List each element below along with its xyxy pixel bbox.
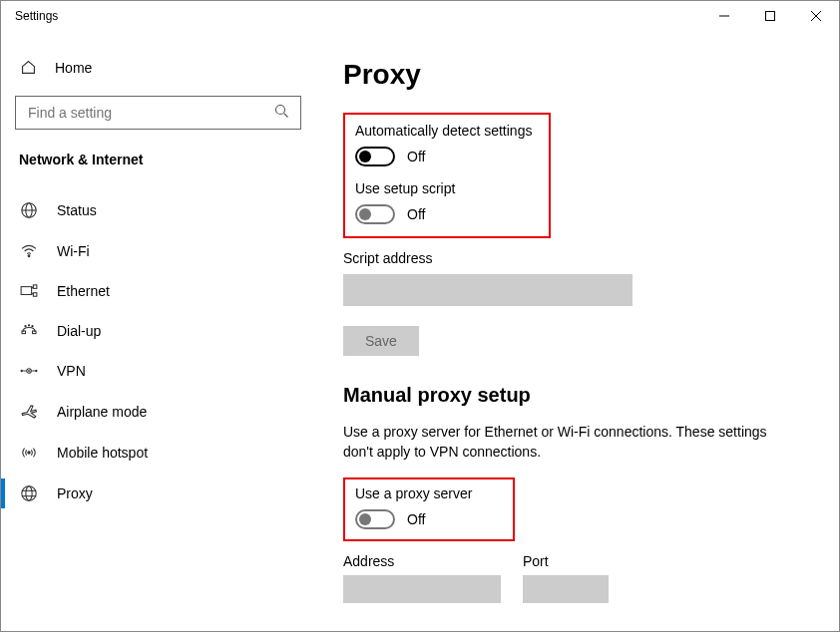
svg-rect-11 [33, 285, 37, 289]
search-icon [274, 104, 290, 122]
setup-script-label: Use setup script [355, 180, 539, 196]
auto-detect-state: Off [407, 149, 425, 164]
sidebar: Home Network & Internet Status Wi-Fi [1, 33, 315, 631]
use-proxy-toggle[interactable] [355, 509, 395, 529]
search-box[interactable] [15, 96, 301, 130]
search-input[interactable] [26, 104, 274, 122]
dialup-icon [19, 324, 39, 338]
sidebar-item-status[interactable]: Status [1, 189, 315, 231]
manual-setup-description: Use a proxy server for Ethernet or Wi-Fi… [343, 423, 782, 462]
maximize-button[interactable] [747, 1, 793, 31]
airplane-icon [19, 403, 39, 421]
svg-point-9 [28, 255, 30, 257]
svg-point-23 [35, 370, 37, 372]
svg-point-22 [28, 370, 30, 372]
sidebar-item-dialup[interactable]: Dial-up [1, 311, 315, 351]
svg-rect-1 [766, 12, 775, 21]
svg-point-27 [22, 486, 36, 500]
wifi-icon [19, 244, 39, 258]
svg-point-17 [25, 326, 26, 327]
setup-script-toggle[interactable] [355, 204, 395, 224]
sidebar-item-label: Dial-up [57, 323, 101, 339]
sidebar-item-wifi[interactable]: Wi-Fi [1, 231, 315, 271]
sidebar-item-proxy[interactable]: Proxy [1, 473, 315, 514]
use-proxy-label: Use a proxy server [355, 485, 503, 501]
sidebar-item-label: VPN [57, 363, 86, 379]
page-title: Proxy [343, 59, 819, 91]
sidebar-item-hotspot[interactable]: Mobile hotspot [1, 433, 315, 473]
svg-point-18 [28, 325, 29, 326]
script-address-label: Script address [343, 250, 819, 266]
sidebar-item-label: Wi-Fi [57, 243, 90, 259]
home-icon [19, 59, 37, 76]
hotspot-icon [19, 445, 39, 461]
close-button[interactable] [793, 1, 839, 31]
sidebar-item-vpn[interactable]: VPN [1, 351, 315, 391]
auto-detect-label: Automatically detect settings [355, 123, 539, 139]
title-bar: Settings [1, 1, 839, 33]
svg-rect-12 [33, 293, 37, 297]
window-title: Settings [1, 1, 701, 23]
status-icon [19, 201, 39, 219]
svg-rect-15 [22, 331, 26, 334]
svg-point-28 [26, 486, 32, 500]
port-label: Port [523, 553, 609, 569]
address-input[interactable] [343, 575, 501, 603]
svg-rect-10 [21, 287, 32, 295]
sidebar-item-label: Status [57, 202, 97, 218]
auto-detect-toggle[interactable] [355, 147, 395, 166]
ethernet-icon [19, 284, 39, 298]
sidebar-item-label: Mobile hotspot [57, 445, 148, 461]
use-proxy-state: Off [407, 511, 425, 527]
sidebar-item-label: Ethernet [57, 283, 110, 299]
svg-rect-16 [33, 331, 37, 334]
section-header: Network & Internet [1, 130, 315, 175]
main-panel: Proxy Automatically detect settings Off … [315, 33, 839, 631]
home-nav[interactable]: Home [1, 53, 315, 82]
sidebar-item-label: Airplane mode [57, 404, 147, 420]
home-label: Home [55, 60, 92, 76]
script-address-input[interactable] [343, 274, 632, 306]
svg-point-26 [28, 452, 30, 454]
sidebar-item-label: Proxy [57, 485, 93, 501]
highlight-auto-proxy: Automatically detect settings Off Use se… [343, 113, 551, 238]
proxy-icon [19, 484, 39, 502]
vpn-icon [19, 364, 39, 378]
sidebar-item-airplane[interactable]: Airplane mode [1, 391, 315, 433]
svg-line-5 [284, 114, 288, 118]
svg-point-20 [21, 370, 23, 372]
save-button[interactable]: Save [343, 326, 419, 356]
minimize-button[interactable] [701, 1, 747, 31]
svg-point-19 [32, 326, 33, 327]
svg-point-4 [276, 106, 285, 115]
setup-script-state: Off [407, 206, 425, 222]
highlight-use-proxy: Use a proxy server Off [343, 477, 515, 541]
address-label: Address [343, 553, 501, 569]
manual-setup-heading: Manual proxy setup [343, 384, 819, 407]
sidebar-item-ethernet[interactable]: Ethernet [1, 271, 315, 311]
port-input[interactable] [523, 575, 609, 603]
